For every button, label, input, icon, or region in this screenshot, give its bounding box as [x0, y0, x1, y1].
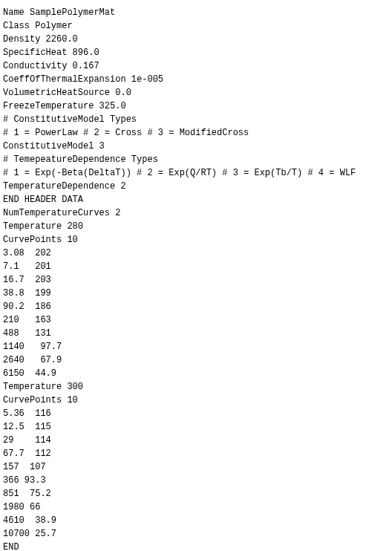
- curve1-point-count: CurvePoints 10: [3, 235, 78, 245]
- curve2-point-count: CurvePoints 10: [3, 395, 78, 405]
- curve1-point: 6150 44.9: [3, 368, 56, 379]
- curve2-point: 851 75.2: [3, 489, 51, 499]
- curve2-point: 10700 25.7: [3, 529, 56, 539]
- curve2-point: 4610 38.9: [3, 515, 56, 526]
- line-end: END: [3, 542, 19, 551]
- curve2-point: 67.7 112: [3, 449, 51, 459]
- material-file-text: Name SamplePolymerMat Class Polymer Dens…: [0, 0, 392, 551]
- line-comment-model-types: # ConstitutiveModel Types: [3, 114, 137, 125]
- curve2-point: 1980 66: [3, 502, 40, 512]
- curve2-point: 5.36 116: [3, 408, 51, 419]
- line-density: Density 2260.0: [3, 34, 78, 45]
- curve2-point: 12.5 115: [3, 422, 51, 432]
- line-num-temp-curves: NumTemperatureCurves 2: [3, 208, 120, 218]
- line-class: Class Polymer: [3, 21, 73, 31]
- line-end-header: END HEADER DATA: [3, 195, 83, 205]
- curve1-point: 488 131: [3, 328, 51, 339]
- curve1-point: 38.8 199: [3, 288, 51, 299]
- curve1-point: 3.08 202: [3, 248, 51, 258]
- curve1-temperature: Temperature 280: [3, 221, 83, 232]
- line-specific-heat: SpecificHeat 896.0: [3, 48, 99, 58]
- line-comment-tempdep-types: # TemepeatureDependence Types: [3, 154, 158, 165]
- curve1-point: 16.7 203: [3, 275, 51, 285]
- curve1-point: 210 163: [3, 315, 51, 325]
- line-name: Name SamplePolymerMat: [3, 7, 115, 18]
- line-comment-model-enum: # 1 = PowerLaw # 2 = Cross # 3 = Modifie…: [3, 128, 249, 138]
- curve1-point: 1140 97.7: [3, 342, 62, 352]
- line-temperature-dependence: TemperatureDependence 2: [3, 181, 126, 192]
- curve1-point: 2640 67.9: [3, 355, 62, 365]
- line-constitutive-model: ConstitutiveModel 3: [3, 141, 105, 151]
- curve1-point: 90.2 186: [3, 301, 51, 312]
- curve2-point: 29 114: [3, 435, 51, 446]
- line-vol-heat-source: VolumetricHeatSource 0.0: [3, 88, 131, 98]
- line-conductivity: Conductivity 0.167: [3, 61, 99, 71]
- curve2-temperature: Temperature 300: [3, 382, 83, 392]
- curve2-point: 157 107: [3, 462, 46, 472]
- line-freeze-temp: FreezeTemperature 325.0: [3, 101, 126, 111]
- curve1-point: 7.1 201: [3, 261, 51, 272]
- line-comment-tempdep-enum: # 1 = Exp(-Beta(DeltaT)) # 2 = Exp(Q/RT)…: [3, 168, 356, 178]
- curve2-point: 366 93.3: [3, 475, 46, 486]
- line-cte: CoeffOfThermalExpansion 1e-005: [3, 74, 163, 85]
